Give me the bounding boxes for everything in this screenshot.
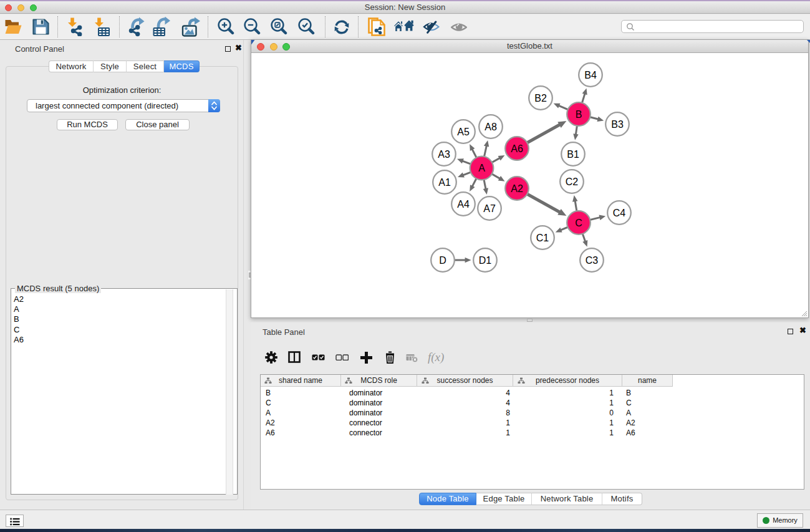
svg-text:A7: A7	[483, 203, 496, 214]
svg-text:D1: D1	[479, 255, 492, 266]
svg-text:C1: C1	[536, 233, 549, 243]
svg-text:B2: B2	[534, 93, 547, 104]
svg-text:B1: B1	[567, 149, 579, 160]
svg-text:B3: B3	[611, 119, 624, 130]
svg-text:A4: A4	[457, 199, 470, 210]
svg-text:A6: A6	[511, 143, 523, 154]
svg-text:C: C	[575, 218, 582, 228]
svg-text:A: A	[478, 163, 485, 173]
svg-text:A5: A5	[457, 127, 470, 137]
svg-text:D: D	[439, 255, 446, 266]
svg-text:B: B	[576, 109, 582, 120]
svg-text:C2: C2	[566, 177, 579, 187]
svg-text:A3: A3	[438, 149, 450, 160]
svg-text:A2: A2	[511, 183, 523, 194]
svg-text:A8: A8	[485, 122, 497, 132]
svg-text:B4: B4	[584, 70, 597, 80]
svg-text:f(x): f(x)	[428, 351, 444, 364]
svg-text:A1: A1	[438, 177, 451, 188]
svg-text:C4: C4	[613, 208, 626, 218]
svg-text:C3: C3	[586, 255, 599, 266]
